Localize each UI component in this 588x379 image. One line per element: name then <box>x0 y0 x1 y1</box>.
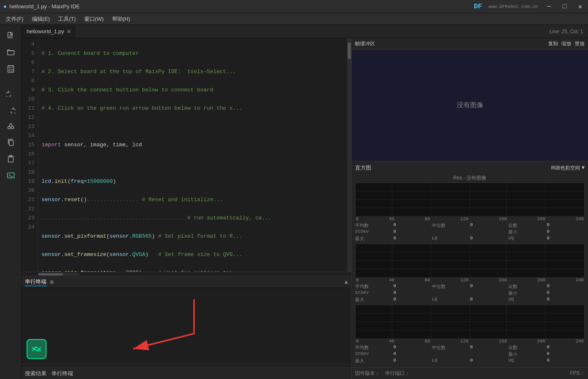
sidebar-copy[interactable] <box>3 135 18 150</box>
sidebar-undo[interactable] <box>3 85 18 100</box>
svg-point-6 <box>8 126 10 129</box>
editor-area: 4 5 6 7 8 9 10 11 12 13 14 15 16 17 <box>22 38 351 379</box>
line-numbers: 4 5 6 7 8 9 10 11 12 13 14 15 16 17 <box>22 38 38 272</box>
svg-line-8 <box>9 123 11 126</box>
win-min-btn[interactable]: ─ <box>544 3 554 10</box>
svg-line-9 <box>11 123 12 126</box>
sidebar-terminal[interactable] <box>3 168 18 183</box>
hist-stats-3: 平均数0 中位数0 众数0 StDev0 最小0 最大0 LQ0 UQ0 <box>355 345 585 364</box>
terminal-header: 串行终端 ⊕ ▲ <box>22 276 351 288</box>
histogram-area: 直方图 RGB色彩空间 ▼ Res - 没有图像 <box>352 161 588 367</box>
histogram-res: Res - 没有图像 <box>355 175 585 182</box>
color-space-label: RGB色彩空间 <box>551 165 580 172</box>
logo-df: DF <box>474 3 482 10</box>
rp-buffer-btn[interactable]: 帧缓冲区 <box>355 40 375 47</box>
editor-scrollbar[interactable] <box>347 38 351 272</box>
code-content[interactable]: # 1. Conenct board to computer # 2. Sele… <box>38 38 347 272</box>
titlebar: ● helloworld_1.py - MaixPy IDE DF www.DF… <box>0 0 588 13</box>
svg-point-7 <box>11 126 14 129</box>
hist-stats-2: 平均数0 中位数0 众数0 StDev0 最小0 最大0 LQ0 UQ0 <box>355 283 585 303</box>
sidebar-new-file[interactable] <box>3 28 18 43</box>
search-results-bar: 搜索结果 串行终端 <box>22 367 351 379</box>
hist-x-axis-1: 04080120160200240 <box>355 217 585 221</box>
tab-cursor-status: Line: 25, Col: 1 <box>549 29 588 34</box>
serial-terminal-tab[interactable]: 串行终端 <box>51 370 73 377</box>
svg-rect-3 <box>8 66 14 72</box>
no-image-label: 没有图像 <box>457 101 483 110</box>
terminal-add-icon[interactable]: ⊕ <box>50 278 54 286</box>
win-max-btn[interactable]: □ <box>560 3 569 10</box>
right-panel: 帧缓冲区 复制 缩放 禁放 没有图像 直方图 RGB色彩空间 <box>351 38 588 379</box>
right-fps-label: FPS： <box>570 370 585 377</box>
content-area: helloworld_1.py ✕ Line: 25, Col: 1 4 5 6… <box>22 25 588 379</box>
menu-file[interactable]: 文件(F) <box>2 15 28 24</box>
svg-rect-5 <box>9 69 12 71</box>
logo-sub: www.DFRobot.com.cn <box>488 4 538 9</box>
terminal-controls: ▲ <box>345 279 348 285</box>
menu-window[interactable]: 窗口(W) <box>80 15 108 24</box>
sidebar-paste[interactable] <box>3 151 18 166</box>
tabbar: helloworld_1.py ✕ Line: 25, Col: 1 <box>22 25 588 38</box>
hist-x-axis-3: 04080120160200240 <box>355 339 585 344</box>
hist-x-axis-2: 04080120160200240 <box>355 278 585 283</box>
right-statusbar: 固件版本： 串行端口： FPS： <box>352 367 588 379</box>
image-preview: 没有图像 <box>352 50 588 161</box>
search-results-tab[interactable]: 搜索结果 <box>25 370 47 377</box>
tab-close-btn[interactable]: ✕ <box>66 28 71 35</box>
right-serial-label: 串行端口： <box>385 370 410 377</box>
sidebar <box>0 25 22 379</box>
terminal-tab-serial[interactable]: 串行终端 <box>25 278 47 286</box>
histogram-chart-3 <box>355 305 585 338</box>
rp-disable-btn[interactable]: 禁放 <box>575 40 585 47</box>
red-arrow-overlay <box>22 288 351 364</box>
menu-tools[interactable]: 工具(T) <box>54 15 80 24</box>
menubar: 文件(F) 编辑(E) 工具(T) 窗口(W) 帮助(H) <box>0 13 588 25</box>
histogram-chart-1 <box>355 182 585 216</box>
sidebar-save[interactable] <box>3 62 18 76</box>
color-space-dropdown[interactable]: RGB色彩空间 ▼ <box>551 165 585 172</box>
win-close-btn[interactable]: ✕ <box>576 2 585 11</box>
histogram-header: 直方图 RGB色彩空间 ▼ <box>355 163 585 173</box>
rp-copy-btn[interactable]: 复制 <box>548 40 558 47</box>
hist-stats-1: 平均数0 中位数0 众数0 StDev0 最小0 最大0 LQ0 UQ0 <box>355 222 585 242</box>
menu-edit[interactable]: 编辑(E) <box>28 15 54 24</box>
app-icon: ● <box>3 3 7 10</box>
right-panel-toolbar: 帧缓冲区 复制 缩放 禁放 <box>352 38 588 50</box>
tab-helloworld[interactable]: helloworld_1.py ✕ <box>22 25 77 38</box>
main-layout: helloworld_1.py ✕ Line: 25, Col: 1 4 5 6… <box>0 25 588 379</box>
title-text: helloworld_1.py - MaixPy IDE <box>9 3 474 10</box>
menu-help[interactable]: 帮助(H) <box>108 15 135 24</box>
terminal-body <box>22 288 351 364</box>
terminal-expand-btn[interactable]: ▲ <box>345 279 348 285</box>
tab-filename: helloworld_1.py <box>27 28 64 34</box>
editor-panel: 4 5 6 7 8 9 10 11 12 13 14 15 16 17 <box>22 38 588 379</box>
rp-zoom-btn[interactable]: 缩放 <box>561 40 571 47</box>
sidebar-redo[interactable] <box>3 101 18 116</box>
right-firmware-label: 固件版本： <box>355 370 380 377</box>
code-editor[interactable]: 4 5 6 7 8 9 10 11 12 13 14 15 16 17 <box>22 38 351 272</box>
sidebar-cut[interactable] <box>3 118 18 133</box>
win-controls-right: DF www.DFRobot.com.cn ─ □ ✕ <box>474 2 585 11</box>
histogram-chart-2 <box>355 244 585 277</box>
histogram-label: 直方图 <box>355 164 371 172</box>
svg-rect-10 <box>9 140 13 145</box>
connect-button[interactable] <box>27 339 47 359</box>
sidebar-open-folder[interactable] <box>3 45 18 60</box>
terminal-area: 串行终端 ⊕ ▲ <box>22 276 351 367</box>
dropdown-arrow: ▼ <box>582 165 585 171</box>
scrollbar-thumb[interactable] <box>348 42 351 59</box>
